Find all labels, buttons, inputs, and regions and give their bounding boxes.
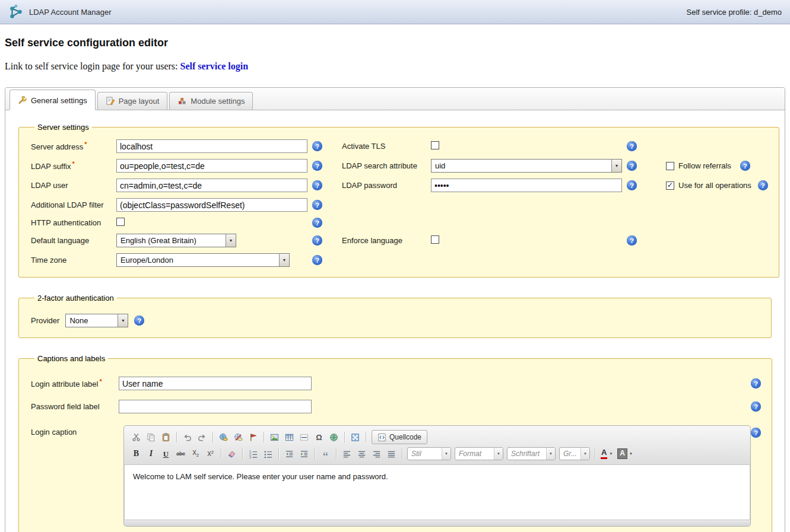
iframe-button[interactable] [326, 430, 341, 444]
self-service-login-link[interactable]: Self service login [180, 61, 248, 71]
bold-button[interactable]: B [129, 447, 144, 461]
ldap-suffix-input[interactable] [116, 159, 307, 173]
bg-color-button[interactable]: A [615, 447, 635, 461]
help-icon[interactable] [740, 161, 750, 171]
help-icon[interactable] [627, 141, 637, 151]
follow-referrals-checkbox[interactable] [666, 162, 674, 170]
toolbar-separator [402, 448, 402, 459]
ldap-search-attribute-label: LDAP search attribute [334, 161, 431, 170]
help-icon[interactable] [627, 161, 637, 171]
editor-content[interactable]: Welcome to LAM self service. Please ente… [124, 465, 750, 520]
help-icon[interactable] [312, 218, 322, 228]
help-icon[interactable] [751, 428, 761, 438]
numbered-list-button[interactable]: 1.2.3. [246, 447, 261, 461]
help-icon[interactable] [312, 161, 322, 171]
tab-page-layout[interactable]: Page layout [97, 92, 168, 110]
paste-button[interactable] [158, 430, 173, 444]
help-icon[interactable] [312, 200, 322, 210]
horizontal-rule-button[interactable] [297, 430, 312, 444]
table-button[interactable] [282, 430, 297, 444]
align-justify-button[interactable] [384, 447, 399, 461]
time-zone-select[interactable]: Europe/London [116, 253, 290, 267]
page-title: Self service configuration editor [5, 37, 790, 49]
align-right-button[interactable] [369, 447, 384, 461]
tab-module-settings[interactable]: Module settings [169, 92, 253, 110]
underline-icon: U [163, 450, 169, 458]
tab-label: General settings [31, 96, 87, 105]
redo-button[interactable] [195, 430, 210, 444]
anchor-button[interactable] [246, 430, 261, 444]
image-button[interactable] [267, 430, 282, 444]
strike-button[interactable]: abc [173, 447, 188, 461]
indent-button[interactable] [297, 447, 312, 461]
http-authentication-checkbox[interactable] [116, 218, 125, 226]
help-icon[interactable] [751, 402, 761, 412]
undo-button[interactable] [180, 430, 195, 444]
lam-logo-icon [8, 4, 24, 20]
font-combo[interactable]: Schriftart [507, 447, 556, 460]
outdent-button[interactable] [282, 447, 297, 461]
link-button[interactable] [216, 430, 231, 444]
help-icon[interactable] [627, 235, 637, 246]
italic-button[interactable]: I [144, 447, 158, 461]
additional-ldap-filter-input[interactable] [116, 198, 307, 212]
subscript-button[interactable]: X2 [188, 447, 203, 461]
underline-button[interactable]: U [158, 447, 173, 461]
required-asterisk: * [84, 141, 87, 148]
app-title: LDAP Account Manager [29, 8, 112, 17]
activate-tls-checkbox[interactable] [431, 141, 439, 149]
toolbar-separator [366, 432, 366, 442]
bg-color-icon: A [617, 448, 627, 458]
ldap-search-attribute-select[interactable]: uid [431, 159, 622, 173]
ldap-password-input[interactable] [431, 179, 622, 192]
superscript-button[interactable]: X2 [203, 447, 218, 461]
use-for-all-operations-checkbox[interactable] [666, 181, 674, 190]
source-icon [377, 433, 386, 442]
default-language-select[interactable]: English (Great Britain) [116, 234, 236, 247]
align-center-button[interactable] [354, 447, 369, 461]
help-icon[interactable] [134, 316, 144, 326]
page-layout-icon [106, 96, 115, 106]
copy-button[interactable] [144, 430, 158, 444]
help-icon[interactable] [758, 180, 768, 190]
server-address-input[interactable] [116, 139, 307, 153]
align-left-button[interactable] [340, 447, 354, 461]
size-combo[interactable]: Gr... [559, 447, 590, 460]
enforce-language-checkbox[interactable] [431, 235, 439, 244]
profile-indicator: Self service profile: d_demo [687, 8, 782, 17]
remove-format-button[interactable] [224, 447, 239, 461]
password-field-label-input[interactable] [119, 400, 312, 413]
help-icon[interactable] [312, 235, 322, 246]
maximize-button[interactable] [348, 430, 363, 444]
server-settings-grid: Server address* Activate TLS LDAP suffix… [31, 139, 768, 267]
cut-button[interactable] [129, 430, 144, 444]
style-combo[interactable]: Stil [407, 447, 451, 460]
chevron-down-icon [580, 448, 589, 460]
bulleted-list-button[interactable] [261, 447, 275, 461]
align-center-icon [357, 450, 366, 458]
align-left-icon [342, 450, 351, 458]
format-combo[interactable]: Format [455, 447, 503, 460]
help-icon[interactable] [751, 378, 761, 388]
bulleted-list-icon [264, 450, 272, 458]
tab-general-settings[interactable]: General settings [9, 90, 96, 110]
special-char-button[interactable]: Ω [312, 430, 326, 444]
enforce-language-label: Enforce language [334, 236, 431, 245]
toolbar-separator [176, 432, 177, 442]
help-icon[interactable] [312, 141, 322, 151]
provider-select[interactable]: None [65, 314, 128, 327]
help-icon[interactable] [312, 255, 322, 265]
ldap-user-input[interactable] [116, 179, 307, 192]
help-icon[interactable] [312, 180, 322, 190]
editor-resize-bar[interactable] [124, 520, 750, 526]
tab-label: Module settings [191, 97, 245, 106]
wrench-icon [18, 95, 27, 105]
text-color-button[interactable]: A [598, 447, 615, 461]
help-icon[interactable] [627, 180, 637, 190]
blockquote-button[interactable]: “ [318, 447, 333, 461]
unlink-button[interactable] [231, 430, 246, 444]
cut-icon [132, 433, 141, 442]
indent-icon [300, 450, 309, 458]
login-attribute-input[interactable] [119, 377, 312, 390]
source-button[interactable]: Quellcode [372, 430, 427, 444]
